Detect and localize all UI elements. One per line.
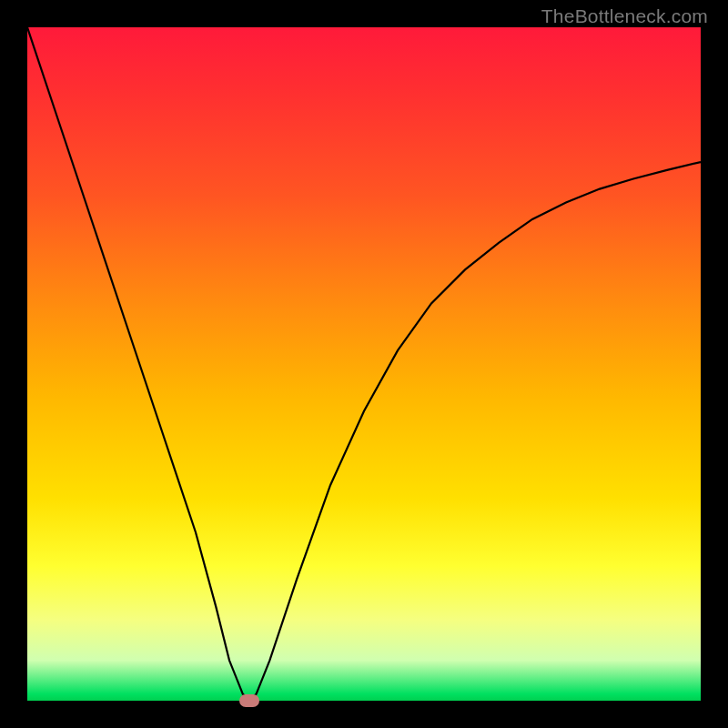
bottleneck-curve xyxy=(27,27,701,701)
watermark-text: TheBottleneck.com xyxy=(541,5,708,27)
optimal-point-marker xyxy=(239,694,259,707)
chart-plot-area xyxy=(27,27,701,701)
